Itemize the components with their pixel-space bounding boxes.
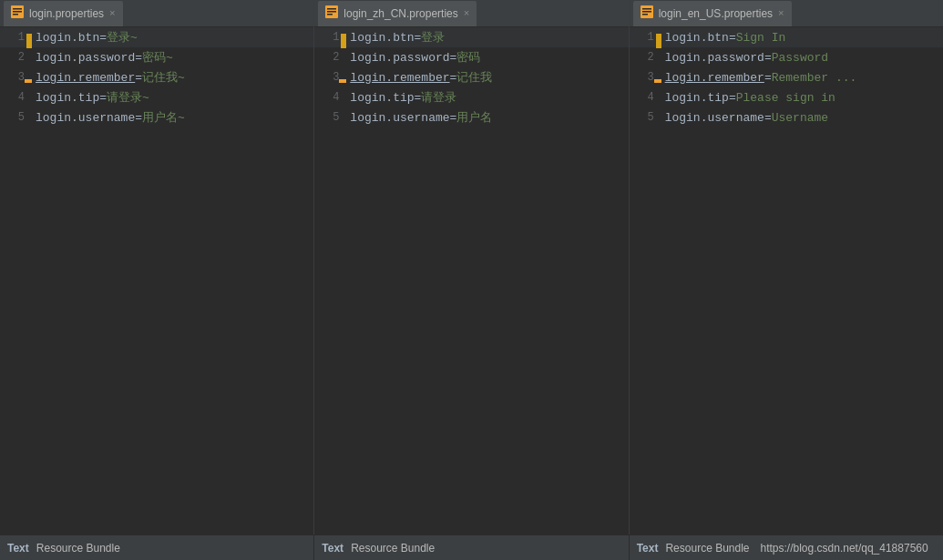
line-number: 4 [0, 91, 32, 104]
line-number: 2 [314, 51, 346, 64]
svg-rect-11 [642, 14, 648, 15]
tab-close-button[interactable]: × [109, 8, 116, 19]
value-part: Username [772, 111, 828, 125]
value-part: 记住我~ [142, 71, 185, 85]
equals-sign: = [729, 31, 736, 45]
line: 5login.username=Username [630, 107, 943, 127]
editor-panel-1: login.properties×1login.btn=登录~2login.pa… [0, 0, 314, 535]
status-extra: https://blog.csdn.net/qq_41887560 [761, 542, 928, 555]
properties-icon [641, 5, 653, 22]
tab-close-button[interactable]: × [464, 8, 470, 19]
bookmark-icon [656, 34, 661, 48]
value-part: 登录~ [107, 31, 138, 45]
line: 2login.password=Password [630, 47, 943, 67]
line-content: login.password=密码~ [32, 49, 313, 66]
line-number: 2 [0, 51, 32, 64]
status-type: Resource Bundle [36, 542, 120, 555]
line: 1login.btn=登录~ [0, 27, 313, 47]
bookmark-icon [26, 34, 32, 48]
equals-sign: = [729, 91, 736, 105]
value-part: Password [772, 51, 828, 65]
key-part: login.username [36, 111, 135, 125]
editor-panel-3: login_en_US.properties×1login.btn=Sign I… [630, 0, 943, 535]
line: 3login.remember=记住我 [314, 67, 628, 87]
line-number: 4 [314, 91, 346, 104]
line-content: login.remember=记住我~ [32, 69, 313, 86]
value-part: 登录 [421, 31, 445, 45]
value-part: 记住我 [456, 71, 492, 85]
equals-sign: = [99, 91, 107, 105]
editor-content[interactable]: 1login.btn=登录~2login.password=密码~3login.… [0, 27, 313, 535]
line-content: login.password=Password [661, 51, 943, 65]
value-part: 用户名~ [142, 111, 185, 125]
line-number: 5 [314, 111, 346, 124]
svg-rect-1 [13, 8, 22, 10]
editor-content[interactable]: 1login.btn=Sign In2login.password=Passwo… [630, 27, 943, 535]
gutter-mark [339, 79, 346, 83]
line: 3login.remember=记住我~ [0, 67, 313, 87]
line: 1login.btn=登录 [314, 27, 628, 47]
line-number: 5 [0, 111, 32, 124]
gutter-mark [25, 79, 32, 83]
key-part: login.tip [350, 91, 414, 105]
tab-bar: login.properties× [0, 0, 313, 27]
tab[interactable]: login_en_US.properties× [633, 1, 792, 26]
line-content: login.tip=请登录~ [32, 89, 313, 106]
value-part: Please sign in [736, 91, 835, 105]
svg-rect-5 [327, 8, 336, 10]
svg-rect-9 [642, 8, 651, 10]
status-type: Resource Bundle [665, 542, 749, 555]
key-part: login.btn [665, 31, 729, 45]
line-content: login.btn=登录 [346, 29, 628, 46]
tab-label: login_en_US.properties [659, 7, 773, 20]
equals-sign: = [135, 71, 142, 85]
equals-sign: = [764, 51, 772, 65]
key-part: login.password [350, 51, 449, 65]
key-part: login.tip [36, 91, 99, 105]
tab-close-button[interactable]: × [778, 8, 784, 19]
status-type: Resource Bundle [351, 542, 435, 555]
line-content: login.username=用户名~ [32, 109, 313, 126]
status-panel: TextResource Bundle [314, 535, 629, 560]
equals-sign: = [135, 51, 142, 65]
tab[interactable]: login.properties× [4, 1, 123, 26]
status-mode: Text [637, 542, 659, 555]
key-part: login.remember [350, 71, 449, 85]
line: 4login.tip=请登录 [314, 87, 628, 107]
svg-rect-2 [13, 11, 22, 13]
line: 4login.tip=请登录~ [0, 87, 313, 107]
line-content: login.tip=Please sign in [661, 91, 943, 105]
line: 2login.password=密码~ [0, 47, 313, 67]
svg-rect-10 [642, 11, 651, 13]
tab-bar: login_en_US.properties× [630, 0, 943, 27]
line-content: login.username=用户名 [346, 109, 628, 126]
line: 5login.username=用户名~ [0, 107, 313, 127]
equals-sign: = [135, 111, 142, 125]
value-part: 密码 [456, 51, 480, 65]
line: 3login.remember=Remember ... [630, 67, 943, 87]
svg-rect-6 [327, 11, 336, 13]
value-part: 用户名 [456, 111, 492, 125]
line: 5login.username=用户名 [314, 107, 628, 127]
value-part: Sign In [736, 31, 786, 45]
value-part: 密码~ [142, 51, 173, 65]
status-panel: TextResource Bundlehttps://blog.csdn.net… [630, 535, 943, 560]
value-part: 请登录 [421, 91, 456, 105]
line-content: login.remember=记住我 [346, 69, 628, 86]
editor-content[interactable]: 1login.btn=登录2login.password=密码3login.re… [314, 27, 628, 535]
svg-rect-7 [327, 14, 333, 15]
line: 2login.password=密码 [314, 47, 628, 67]
line-number: 2 [630, 51, 661, 64]
tab[interactable]: login_zh_CN.properties× [318, 1, 477, 26]
key-part: login.password [36, 51, 135, 65]
editors-container: login.properties×1login.btn=登录~2login.pa… [0, 0, 943, 535]
status-bar: TextResource BundleTextResource BundleTe… [0, 535, 943, 560]
editor-panel-2: login_zh_CN.properties×1login.btn=登录2log… [314, 0, 629, 535]
line: 4login.tip=Please sign in [630, 87, 943, 107]
equals-sign: = [99, 31, 107, 45]
tab-bar: login_zh_CN.properties× [314, 0, 628, 27]
line-number: 4 [630, 91, 661, 104]
key-part: login.btn [36, 31, 99, 45]
gutter-mark [654, 79, 661, 83]
line-content: login.remember=Remember ... [661, 71, 943, 85]
